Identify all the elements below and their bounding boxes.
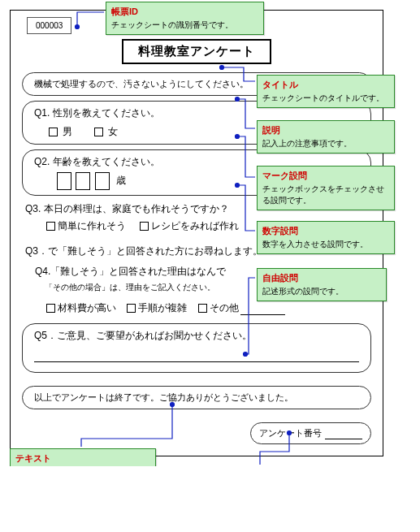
q4-opt1: 材料費が高い: [58, 302, 116, 314]
q5-box: Q5．ご意見、ご要望があればお聞かせください。: [22, 323, 371, 373]
survey-number-label: アンケート番号: [259, 428, 322, 438]
survey-number-box: アンケート番号: [250, 422, 371, 444]
callout-text-title: テキスト: [15, 452, 150, 465]
callout-inst-title: 説明: [262, 124, 389, 136]
callout-instruction: 説明 記入上の注意事項です。: [257, 120, 395, 154]
callout-free: 自由設問 記述形式の設問です。: [257, 268, 387, 301]
checkbox-icon[interactable]: [46, 304, 55, 313]
callout-num-title: 数字設問: [262, 225, 389, 237]
callout-free-desc: 記述形式の設問です。: [262, 287, 344, 296]
q1-opt2: 女: [108, 126, 118, 137]
checkbox-icon[interactable]: [49, 128, 58, 136]
q2-unit: 歳: [116, 175, 126, 186]
callout-mark-desc: チェックボックスをチェックさせる設問です。: [262, 184, 384, 205]
q1-opt1: 男: [63, 126, 72, 137]
survey-number-line[interactable]: [325, 439, 362, 439]
closing-pill: 以上でアンケートは終了です。ご協力ありがとうございました。: [22, 386, 371, 409]
form-id-box: 000003: [27, 17, 71, 34]
opinion-input-line[interactable]: [34, 351, 359, 362]
q3-opt1: 簡単に作れそう: [58, 220, 126, 231]
q5-label: Q5．ご意見、ご要望があればお聞かせください。: [34, 329, 359, 343]
instruction-text: 機械で処理するので、汚さないようにしてください。: [34, 79, 249, 89]
callout-formid-title: 帳票ID: [111, 6, 258, 18]
checkbox-icon[interactable]: [198, 304, 207, 313]
other-input-line[interactable]: [240, 314, 285, 315]
checkbox-icon[interactable]: [46, 222, 55, 231]
callout-mark: マーク設問 チェックボックスをチェックさせる設問です。: [257, 166, 395, 210]
q1-label: Q1. 性別を教えてください。: [34, 106, 359, 120]
q4-opt3: その他: [210, 302, 239, 314]
survey-title: 料理教室アンケート: [122, 39, 271, 64]
callout-num: 数字設問 数字を入力させる設問です。: [257, 221, 395, 254]
checkbox-icon[interactable]: [140, 222, 149, 231]
callout-formid-desc: チェックシートの識別番号です。: [111, 20, 233, 29]
callout-title: タイトル チェックシートのタイトルです。: [257, 75, 395, 108]
callout-mark-title: マーク設問: [262, 170, 389, 182]
checkbox-icon[interactable]: [127, 304, 136, 313]
callout-num-desc: 数字を入力させる設問です。: [262, 240, 368, 249]
callout-text: テキスト 任意のテキストを設定できます。: [10, 448, 156, 466]
q3-opt2: レシピをみれば作れ: [151, 220, 239, 231]
digit-box[interactable]: [95, 172, 110, 190]
callout-free-title: 自由設問: [262, 272, 381, 284]
callout-title-desc: チェックシートのタイトルです。: [262, 93, 384, 102]
digit-box[interactable]: [57, 172, 71, 190]
callout-inst-desc: 記入上の注意事項です。: [262, 139, 352, 148]
digit-box[interactable]: [76, 172, 90, 190]
callout-title-title: タイトル: [262, 79, 389, 91]
q4-opt2: 手順が複雑: [138, 302, 187, 314]
callout-formid: 帳票ID チェックシートの識別番号です。: [106, 2, 264, 35]
checkbox-icon[interactable]: [94, 128, 103, 136]
form-id: 000003: [36, 21, 63, 30]
closing-text: 以上でアンケートは終了です。ご協力ありがとうございました。: [34, 392, 293, 402]
